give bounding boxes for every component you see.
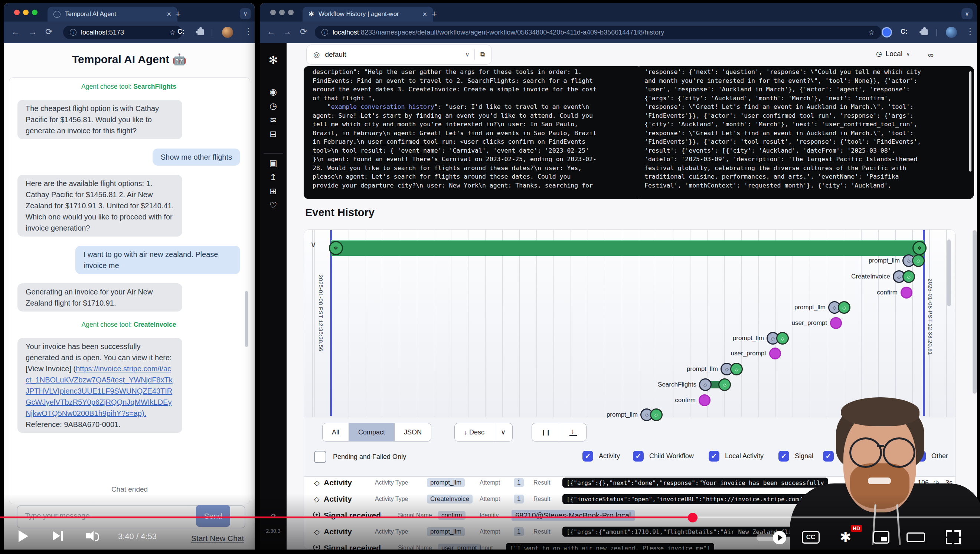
code-line: and month you're interested in for the e…	[644, 76, 965, 85]
event-history-title: Event History	[305, 207, 375, 219]
code-line: Brazil, in February\n agent: Great! Let'…	[313, 129, 633, 138]
code-line: {'city': 'Auckland', 'month': 'March'}, …	[644, 120, 965, 129]
user-message-bubble: Show me other flights	[153, 148, 240, 166]
profile-avatar[interactable]	[222, 27, 233, 38]
code-line: {'args': {'city': 'Auckland', 'month': '…	[644, 94, 965, 103]
chat-card: Agent chose tool: SearchFlightsThe cheap…	[9, 77, 250, 504]
tab-temporal-ai-agent[interactable]: Temporal AI Agent ✕	[48, 7, 177, 22]
divider	[474, 49, 475, 60]
schedules-icon[interactable]: ◷	[260, 101, 286, 111]
import-icon[interactable]: ↥	[260, 172, 286, 182]
code-line: provide your departure city?\n user: New…	[313, 181, 633, 190]
url-text: localhost:5173	[81, 29, 124, 36]
code-scrollbar[interactable]	[969, 71, 972, 172]
new-tab-button[interactable]: +	[175, 8, 181, 20]
code-line: 'response': {'next': 'question', 'respon…	[644, 68, 965, 76]
person-glasses-left	[850, 438, 882, 468]
code-line: tool>\n tool_result: { 'event_name': 'Ca…	[313, 146, 633, 155]
url-path: :8233/namespaces/default/workflows/agent…	[359, 29, 664, 36]
miniplayer-button[interactable]	[873, 531, 889, 544]
code-panel-left: description": "Help the user gather the …	[304, 66, 642, 199]
reload-icon[interactable]: ⟳	[45, 27, 52, 37]
code-line: 'response': \"Great! Let's find an event…	[644, 129, 965, 138]
bookmark-star-icon[interactable]: ☆	[868, 28, 875, 37]
left-browser-window: Temporal AI Agent ✕ + ∨ ← → ⟳ i localhos…	[4, 3, 255, 549]
progress-scrubber[interactable]	[688, 513, 697, 522]
url-host: localhost	[332, 29, 359, 36]
window-scrollbar-thumb[interactable]	[972, 230, 977, 393]
globe-favicon	[54, 11, 60, 18]
tab-workflow-history[interactable]: ✻ Workflow History | agent-wor ✕	[302, 7, 433, 22]
favorites-icon[interactable]: ♡	[260, 201, 286, 210]
video-time: 3:40 / 4:53	[118, 532, 157, 541]
tab-search-chevron[interactable]: ∨	[240, 8, 251, 19]
site-info-icon[interactable]: i	[70, 29, 76, 36]
back-icon[interactable]: ←	[11, 27, 20, 37]
toolbar-divider	[212, 29, 212, 37]
code-line: "example_conversation_history": "user: I…	[313, 102, 633, 111]
minimize-window-button[interactable]	[23, 10, 29, 15]
chat-scrollbar-thumb[interactable]	[245, 291, 248, 347]
extension-c-icon[interactable]: C:	[900, 28, 908, 36]
archive-icon[interactable]: ⊟	[260, 129, 286, 139]
settings-gear-icon[interactable]: ✱	[840, 531, 851, 544]
extensions-puzzle-icon[interactable]	[197, 27, 204, 38]
namespace-value: default	[325, 51, 460, 59]
timezone-select[interactable]: ◷ Local ∨	[876, 50, 910, 58]
tab-search-chevron[interactable]: ∨	[961, 8, 972, 19]
code-line: traditional cuisine, performances, and a…	[644, 172, 965, 181]
namespace-icon: ◎	[313, 50, 320, 59]
menu-kebab-icon[interactable]: ⋮	[244, 26, 253, 37]
zoom-window-button[interactable]	[32, 10, 38, 15]
agent-message-bubble: Here are the available flight options: 1…	[18, 175, 182, 237]
temporal-logo: ✻	[260, 54, 286, 67]
external-link-icon[interactable]: ⧉	[480, 51, 485, 58]
hd-badge: HD	[851, 525, 862, 532]
deployments-icon[interactable]: ▣	[260, 158, 286, 168]
site-info-icon[interactable]: i	[321, 29, 328, 36]
reload-icon[interactable]: ⟳	[300, 27, 307, 37]
code-line: FindEvents: Find an event to travel to 2…	[313, 76, 633, 85]
video-frame: Temporal AI Agent ✕ + ∨ ← → ⟳ i localhos…	[0, 0, 980, 554]
bookmark-star-icon[interactable]: ☆	[169, 28, 176, 37]
temporal-favicon: ✻	[309, 10, 314, 18]
code-line: 'result': {'events': [{'city': 'Auckland…	[644, 146, 965, 155]
extension-blue-icon[interactable]	[881, 27, 892, 38]
namespace-select[interactable]: ◎ default ∨ ⧉	[306, 45, 492, 65]
agent-message-bubble: The cheapest flight option is with Catha…	[18, 100, 182, 139]
code-line: 28. Would you like to search for flights…	[313, 164, 633, 173]
extensions-puzzle-icon[interactable]	[921, 27, 928, 38]
workflows-icon[interactable]: ◉	[260, 87, 286, 97]
minimize-window-button[interactable]	[279, 10, 285, 15]
play-button[interactable]	[19, 530, 28, 542]
forward-icon[interactable]: →	[283, 27, 291, 37]
code-line: }\n agent: Found an event! There's Carni…	[313, 155, 633, 164]
sidebar-divider	[264, 153, 283, 154]
labs-glasses-icon[interactable]: ∞	[928, 51, 934, 59]
chevron-down-icon: ∨	[906, 51, 910, 57]
fullscreen-button[interactable]	[946, 530, 961, 544]
close-tab-icon[interactable]: ✕	[167, 11, 172, 18]
tab-title: Workflow History | agent-wor	[318, 10, 415, 18]
close-tab-icon[interactable]: ✕	[422, 11, 427, 18]
feedback-icon[interactable]: ⊞	[260, 186, 286, 196]
back-icon[interactable]: ←	[267, 27, 275, 37]
address-bar[interactable]: i localhost:8233/namespaces/default/work…	[315, 25, 881, 39]
theater-mode-button[interactable]	[907, 532, 925, 542]
address-bar[interactable]: i localhost:5173 ☆	[63, 25, 182, 39]
code-line: 'user', 'response': 'Auckland in March'}…	[644, 85, 965, 94]
code-line: around the event dates 3. CreateInvoice:…	[313, 85, 633, 94]
code-line: festival globally, celebrating the diver…	[644, 164, 965, 173]
new-tab-button[interactable]: +	[431, 8, 437, 20]
captions-button[interactable]: CC	[802, 531, 819, 544]
menu-kebab-icon[interactable]: ⋮	[966, 26, 974, 37]
extension-c-icon[interactable]: C:	[177, 28, 185, 36]
code-line: of that flight ",	[313, 94, 633, 103]
zoom-window-button[interactable]	[288, 10, 294, 15]
task-queues-icon[interactable]: ≋	[260, 115, 286, 125]
close-window-button[interactable]	[14, 10, 20, 15]
code-line: tell me which city and month you're inte…	[313, 120, 633, 129]
forward-icon[interactable]: →	[28, 27, 37, 37]
close-window-button[interactable]	[270, 10, 276, 15]
profile-avatar[interactable]	[946, 27, 957, 38]
